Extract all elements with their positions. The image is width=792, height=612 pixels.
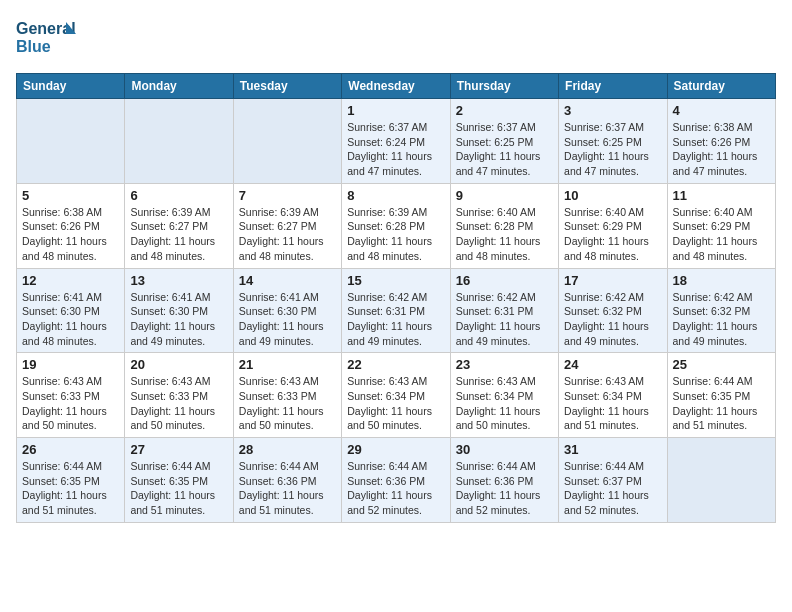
day-info: Sunrise: 6:40 AM Sunset: 6:29 PM Dayligh… bbox=[564, 205, 661, 264]
day-number: 22 bbox=[347, 357, 444, 372]
calendar-table: SundayMondayTuesdayWednesdayThursdayFrid… bbox=[16, 73, 776, 523]
calendar-cell: 4Sunrise: 6:38 AM Sunset: 6:26 PM Daylig… bbox=[667, 99, 775, 184]
day-info: Sunrise: 6:43 AM Sunset: 6:33 PM Dayligh… bbox=[22, 374, 119, 433]
day-number: 28 bbox=[239, 442, 336, 457]
day-info: Sunrise: 6:44 AM Sunset: 6:37 PM Dayligh… bbox=[564, 459, 661, 518]
day-info: Sunrise: 6:44 AM Sunset: 6:35 PM Dayligh… bbox=[130, 459, 227, 518]
calendar-cell: 3Sunrise: 6:37 AM Sunset: 6:25 PM Daylig… bbox=[559, 99, 667, 184]
calendar-cell: 22Sunrise: 6:43 AM Sunset: 6:34 PM Dayli… bbox=[342, 353, 450, 438]
day-number: 10 bbox=[564, 188, 661, 203]
logo-svg: GeneralBlue bbox=[16, 16, 76, 61]
day-number: 9 bbox=[456, 188, 553, 203]
day-number: 5 bbox=[22, 188, 119, 203]
calendar-cell: 17Sunrise: 6:42 AM Sunset: 6:32 PM Dayli… bbox=[559, 268, 667, 353]
day-number: 8 bbox=[347, 188, 444, 203]
weekday-header-sunday: Sunday bbox=[17, 74, 125, 99]
weekday-header-thursday: Thursday bbox=[450, 74, 558, 99]
calendar-week-row: 5Sunrise: 6:38 AM Sunset: 6:26 PM Daylig… bbox=[17, 183, 776, 268]
day-number: 12 bbox=[22, 273, 119, 288]
day-info: Sunrise: 6:42 AM Sunset: 6:31 PM Dayligh… bbox=[347, 290, 444, 349]
day-info: Sunrise: 6:40 AM Sunset: 6:28 PM Dayligh… bbox=[456, 205, 553, 264]
calendar-cell: 30Sunrise: 6:44 AM Sunset: 6:36 PM Dayli… bbox=[450, 438, 558, 523]
day-number: 11 bbox=[673, 188, 770, 203]
day-info: Sunrise: 6:44 AM Sunset: 6:36 PM Dayligh… bbox=[456, 459, 553, 518]
calendar-cell: 8Sunrise: 6:39 AM Sunset: 6:28 PM Daylig… bbox=[342, 183, 450, 268]
calendar-cell: 31Sunrise: 6:44 AM Sunset: 6:37 PM Dayli… bbox=[559, 438, 667, 523]
day-number: 29 bbox=[347, 442, 444, 457]
day-number: 24 bbox=[564, 357, 661, 372]
calendar-cell: 14Sunrise: 6:41 AM Sunset: 6:30 PM Dayli… bbox=[233, 268, 341, 353]
weekday-header-monday: Monday bbox=[125, 74, 233, 99]
weekday-header-row: SundayMondayTuesdayWednesdayThursdayFrid… bbox=[17, 74, 776, 99]
day-info: Sunrise: 6:39 AM Sunset: 6:28 PM Dayligh… bbox=[347, 205, 444, 264]
calendar-cell: 21Sunrise: 6:43 AM Sunset: 6:33 PM Dayli… bbox=[233, 353, 341, 438]
calendar-cell: 2Sunrise: 6:37 AM Sunset: 6:25 PM Daylig… bbox=[450, 99, 558, 184]
calendar-cell: 18Sunrise: 6:42 AM Sunset: 6:32 PM Dayli… bbox=[667, 268, 775, 353]
day-number: 1 bbox=[347, 103, 444, 118]
weekday-header-wednesday: Wednesday bbox=[342, 74, 450, 99]
day-info: Sunrise: 6:42 AM Sunset: 6:32 PM Dayligh… bbox=[564, 290, 661, 349]
calendar-cell: 15Sunrise: 6:42 AM Sunset: 6:31 PM Dayli… bbox=[342, 268, 450, 353]
calendar-cell: 19Sunrise: 6:43 AM Sunset: 6:33 PM Dayli… bbox=[17, 353, 125, 438]
calendar-cell: 25Sunrise: 6:44 AM Sunset: 6:35 PM Dayli… bbox=[667, 353, 775, 438]
day-number: 27 bbox=[130, 442, 227, 457]
calendar-cell: 24Sunrise: 6:43 AM Sunset: 6:34 PM Dayli… bbox=[559, 353, 667, 438]
day-info: Sunrise: 6:41 AM Sunset: 6:30 PM Dayligh… bbox=[239, 290, 336, 349]
calendar-cell: 10Sunrise: 6:40 AM Sunset: 6:29 PM Dayli… bbox=[559, 183, 667, 268]
day-number: 4 bbox=[673, 103, 770, 118]
calendar-week-row: 19Sunrise: 6:43 AM Sunset: 6:33 PM Dayli… bbox=[17, 353, 776, 438]
weekday-header-saturday: Saturday bbox=[667, 74, 775, 99]
day-info: Sunrise: 6:39 AM Sunset: 6:27 PM Dayligh… bbox=[239, 205, 336, 264]
day-info: Sunrise: 6:42 AM Sunset: 6:31 PM Dayligh… bbox=[456, 290, 553, 349]
day-info: Sunrise: 6:37 AM Sunset: 6:25 PM Dayligh… bbox=[456, 120, 553, 179]
day-info: Sunrise: 6:44 AM Sunset: 6:35 PM Dayligh… bbox=[673, 374, 770, 433]
day-number: 21 bbox=[239, 357, 336, 372]
day-number: 23 bbox=[456, 357, 553, 372]
day-info: Sunrise: 6:37 AM Sunset: 6:25 PM Dayligh… bbox=[564, 120, 661, 179]
calendar-cell: 27Sunrise: 6:44 AM Sunset: 6:35 PM Dayli… bbox=[125, 438, 233, 523]
calendar-cell: 20Sunrise: 6:43 AM Sunset: 6:33 PM Dayli… bbox=[125, 353, 233, 438]
calendar-cell: 29Sunrise: 6:44 AM Sunset: 6:36 PM Dayli… bbox=[342, 438, 450, 523]
calendar-cell: 6Sunrise: 6:39 AM Sunset: 6:27 PM Daylig… bbox=[125, 183, 233, 268]
day-number: 16 bbox=[456, 273, 553, 288]
calendar-cell bbox=[17, 99, 125, 184]
day-number: 31 bbox=[564, 442, 661, 457]
calendar-cell bbox=[125, 99, 233, 184]
weekday-header-tuesday: Tuesday bbox=[233, 74, 341, 99]
calendar-cell: 9Sunrise: 6:40 AM Sunset: 6:28 PM Daylig… bbox=[450, 183, 558, 268]
day-info: Sunrise: 6:39 AM Sunset: 6:27 PM Dayligh… bbox=[130, 205, 227, 264]
day-info: Sunrise: 6:44 AM Sunset: 6:36 PM Dayligh… bbox=[347, 459, 444, 518]
calendar-cell: 23Sunrise: 6:43 AM Sunset: 6:34 PM Dayli… bbox=[450, 353, 558, 438]
calendar-week-row: 1Sunrise: 6:37 AM Sunset: 6:24 PM Daylig… bbox=[17, 99, 776, 184]
day-info: Sunrise: 6:41 AM Sunset: 6:30 PM Dayligh… bbox=[130, 290, 227, 349]
day-info: Sunrise: 6:44 AM Sunset: 6:35 PM Dayligh… bbox=[22, 459, 119, 518]
day-info: Sunrise: 6:40 AM Sunset: 6:29 PM Dayligh… bbox=[673, 205, 770, 264]
day-number: 20 bbox=[130, 357, 227, 372]
day-info: Sunrise: 6:42 AM Sunset: 6:32 PM Dayligh… bbox=[673, 290, 770, 349]
day-number: 13 bbox=[130, 273, 227, 288]
day-info: Sunrise: 6:37 AM Sunset: 6:24 PM Dayligh… bbox=[347, 120, 444, 179]
day-number: 17 bbox=[564, 273, 661, 288]
day-info: Sunrise: 6:38 AM Sunset: 6:26 PM Dayligh… bbox=[673, 120, 770, 179]
calendar-cell: 11Sunrise: 6:40 AM Sunset: 6:29 PM Dayli… bbox=[667, 183, 775, 268]
day-number: 2 bbox=[456, 103, 553, 118]
day-info: Sunrise: 6:38 AM Sunset: 6:26 PM Dayligh… bbox=[22, 205, 119, 264]
day-info: Sunrise: 6:43 AM Sunset: 6:34 PM Dayligh… bbox=[456, 374, 553, 433]
calendar-week-row: 12Sunrise: 6:41 AM Sunset: 6:30 PM Dayli… bbox=[17, 268, 776, 353]
svg-text:Blue: Blue bbox=[16, 38, 51, 55]
calendar-cell: 13Sunrise: 6:41 AM Sunset: 6:30 PM Dayli… bbox=[125, 268, 233, 353]
calendar-cell: 7Sunrise: 6:39 AM Sunset: 6:27 PM Daylig… bbox=[233, 183, 341, 268]
day-info: Sunrise: 6:41 AM Sunset: 6:30 PM Dayligh… bbox=[22, 290, 119, 349]
calendar-cell bbox=[233, 99, 341, 184]
day-info: Sunrise: 6:43 AM Sunset: 6:34 PM Dayligh… bbox=[564, 374, 661, 433]
calendar-cell: 26Sunrise: 6:44 AM Sunset: 6:35 PM Dayli… bbox=[17, 438, 125, 523]
day-number: 26 bbox=[22, 442, 119, 457]
day-info: Sunrise: 6:43 AM Sunset: 6:33 PM Dayligh… bbox=[239, 374, 336, 433]
day-number: 30 bbox=[456, 442, 553, 457]
day-number: 7 bbox=[239, 188, 336, 203]
calendar-cell: 12Sunrise: 6:41 AM Sunset: 6:30 PM Dayli… bbox=[17, 268, 125, 353]
calendar-cell: 16Sunrise: 6:42 AM Sunset: 6:31 PM Dayli… bbox=[450, 268, 558, 353]
day-info: Sunrise: 6:43 AM Sunset: 6:34 PM Dayligh… bbox=[347, 374, 444, 433]
day-info: Sunrise: 6:44 AM Sunset: 6:36 PM Dayligh… bbox=[239, 459, 336, 518]
day-number: 19 bbox=[22, 357, 119, 372]
